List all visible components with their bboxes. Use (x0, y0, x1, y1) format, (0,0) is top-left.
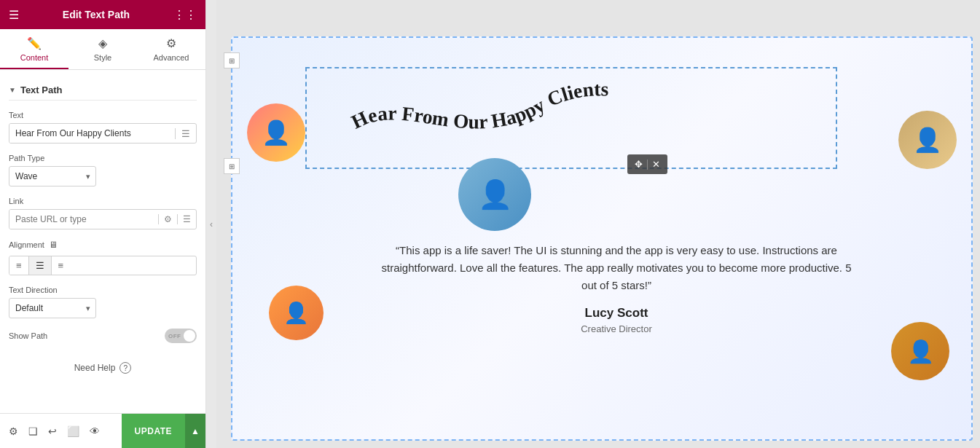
left-panel: ☰ Edit Text Path ⋮⋮ ✏️ Content ◈ Style ⚙… (0, 0, 206, 448)
text-input[interactable] (9, 124, 175, 143)
right-canvas: ⊞ ⊞ ✥ ✕ Hear From Our Happy Clients (216, 0, 980, 448)
show-path-label: Show Path (9, 331, 47, 340)
align-right-btn[interactable]: ≡ (52, 256, 71, 275)
avatar-mid-center: 👤 (478, 178, 512, 211)
profile-top-left: 👤 (247, 103, 305, 162)
text-direction-label: Text Direction (9, 286, 197, 294)
advanced-tab-icon: ⚙ (166, 36, 176, 50)
alignment-form-row: Alignment 🖥 ≡ ☰ ≡ (9, 240, 197, 275)
help-circle-icon[interactable]: ? (119, 362, 131, 374)
text-direction-select-wrapper: Default RTL LTR (9, 298, 96, 318)
link-input-wrapper: ⚙ ☰ (9, 209, 197, 229)
footer-layers-icon[interactable]: ❑ (28, 425, 38, 437)
tab-content[interactable]: ✏️ Content (0, 29, 68, 69)
footer-settings-icon[interactable]: ⚙ (9, 425, 18, 437)
footer-eye-icon[interactable]: 👁 (90, 425, 100, 437)
testimonial-name: Lucy Scott (378, 306, 855, 321)
curved-text: Hear From Our Happy Clients (348, 78, 609, 133)
show-path-toggle[interactable]: OFF (165, 329, 197, 343)
panel-footer: ⚙ ❑ ↩ ⬜ 👁 UPDATE ▲ (0, 413, 205, 448)
link-input[interactable] (9, 210, 158, 229)
avatar-top-left: 👤 (262, 119, 291, 146)
monitor-icon: 🖥 (49, 240, 58, 250)
grid-icon[interactable]: ⋮⋮ (173, 8, 197, 22)
testimonial-title: Creative Director (378, 323, 855, 334)
block-handle-top[interactable]: ⊞ (224, 52, 240, 68)
toggle-thumb (184, 330, 195, 342)
text-input-wrapper: ☰ (9, 123, 197, 144)
align-center-btn[interactable]: ☰ (29, 256, 52, 275)
panel-title: Edit Text Path (63, 9, 130, 20)
link-form-row: Link ⚙ ☰ (9, 197, 197, 229)
testimonial-quote: “This app is a life saver! The UI is stu… (378, 242, 855, 294)
text-direction-form-row: Text Direction Default RTL LTR (9, 286, 197, 318)
testimonial-area: “This app is a life saver! The UI is stu… (378, 242, 855, 334)
link-list-icon[interactable]: ☰ (177, 214, 196, 224)
section-label: Text Path (20, 85, 63, 95)
collapse-handle[interactable]: ‹ (206, 0, 216, 448)
advanced-tab-label: Advanced (154, 53, 189, 62)
canvas-inner: ⊞ ⊞ ✥ ✕ Hear From Our Happy Clients (231, 36, 973, 441)
style-tab-label: Style (94, 53, 111, 62)
section-header: ▼ Text Path (9, 79, 197, 101)
tab-style[interactable]: ◈ Style (68, 29, 137, 69)
close-icon[interactable]: ✕ (651, 157, 662, 171)
move-icon[interactable]: ✥ (633, 157, 644, 171)
element-toolbar: ✥ ✕ (627, 154, 667, 174)
path-type-select[interactable]: Arc Wave Spiral Circle (9, 166, 96, 186)
footer-icons: ⚙ ❑ ↩ ⬜ 👁 (0, 425, 122, 437)
section-arrow: ▼ (9, 86, 16, 94)
text-direction-select[interactable]: Default RTL LTR (9, 298, 96, 318)
align-left-btn[interactable]: ≡ (9, 256, 29, 275)
profile-top-right: 👤 (898, 111, 957, 169)
path-type-label: Path Type (9, 154, 197, 162)
curved-text-svg: Hear From Our Happy Clients (307, 68, 836, 168)
footer-responsive-icon[interactable]: ⬜ (67, 425, 79, 437)
block-handle-mid[interactable]: ⊞ (224, 158, 240, 174)
update-dropdown-btn[interactable]: ▲ (185, 414, 205, 449)
text-options-icon[interactable]: ☰ (175, 128, 196, 139)
content-tab-icon: ✏️ (27, 36, 42, 50)
link-label: Link (9, 197, 197, 205)
update-button[interactable]: UPDATE (122, 414, 185, 449)
footer-undo-icon[interactable]: ↩ (48, 425, 57, 437)
panel-body: ▼ Text Path Text ☰ Path Type Arc Wave Sp… (0, 70, 205, 413)
profile-bottom-right: 👤 (891, 322, 949, 380)
need-help-section[interactable]: Need Help ? (9, 353, 197, 382)
text-label: Text (9, 111, 197, 119)
style-tab-icon: ◈ (98, 36, 107, 50)
show-path-row: Show Path OFF (9, 329, 197, 343)
tab-advanced[interactable]: ⚙ Advanced (137, 29, 205, 69)
panel-header: ☰ Edit Text Path ⋮⋮ (0, 0, 205, 29)
profile-mid-center: 👤 (458, 158, 531, 231)
path-type-select-wrapper: Arc Wave Spiral Circle (9, 166, 96, 186)
need-help-label: Need Help (74, 363, 116, 373)
text-path-container: ✥ ✕ Hear From Our Happy Clients (305, 67, 837, 169)
content-tab-label: Content (20, 53, 49, 62)
avatar-bottom-left: 👤 (283, 301, 309, 325)
link-gear-icon[interactable]: ⚙ (158, 214, 177, 224)
avatar-bottom-right: 👤 (907, 339, 934, 364)
panel-tabs: ✏️ Content ◈ Style ⚙ Advanced (0, 29, 205, 70)
avatar-top-right: 👤 (913, 126, 942, 154)
path-type-form-row: Path Type Arc Wave Spiral Circle (9, 154, 197, 186)
toggle-off-label: OFF (168, 333, 181, 339)
toolbar-separator (647, 160, 648, 170)
alignment-buttons: ≡ ☰ ≡ (9, 256, 197, 275)
alignment-label: Alignment (9, 240, 44, 249)
text-form-row: Text ☰ (9, 111, 197, 144)
profile-bottom-left: 👤 (269, 286, 324, 340)
hamburger-icon[interactable]: ☰ (9, 8, 19, 22)
